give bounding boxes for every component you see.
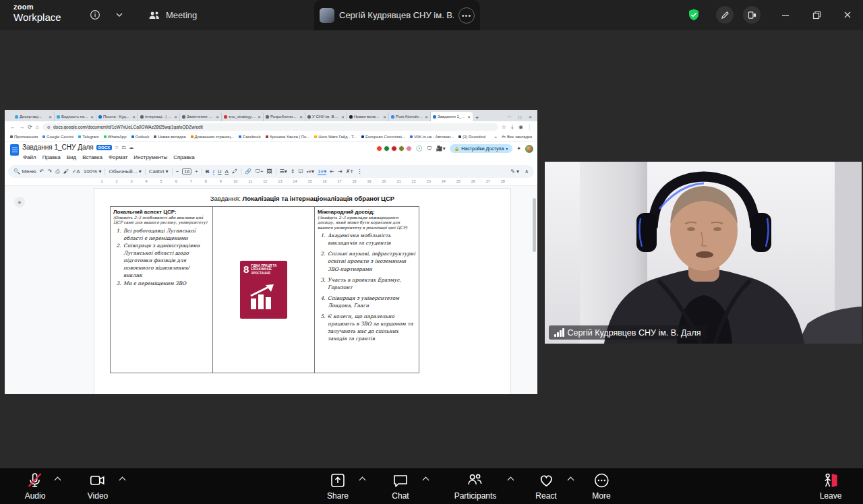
docs-menu-item[interactable]: Инструменты bbox=[133, 154, 167, 160]
reload-icon[interactable]: ⟳ bbox=[28, 124, 32, 130]
forward-icon[interactable]: → bbox=[19, 124, 24, 130]
font-size-increase[interactable]: + bbox=[195, 168, 198, 175]
more-toolbar-icon[interactable]: ⋮ bbox=[357, 168, 362, 175]
numbered-list-icon[interactable]: 1≡▾ bbox=[318, 168, 326, 175]
bookmark-star-icon[interactable]: ☆ bbox=[502, 124, 506, 130]
browser-tab[interactable]: Дисертаці... ✕ bbox=[13, 112, 55, 121]
leave-button[interactable]: Leave bbox=[820, 472, 842, 501]
participants-options-caret[interactable] bbox=[508, 476, 514, 482]
paragraph-style-select[interactable]: Обычный... ▾ bbox=[109, 168, 141, 175]
site-settings-icon[interactable]: ⚙ bbox=[47, 125, 51, 129]
font-size-decrease[interactable]: − bbox=[176, 168, 179, 175]
zoom-select[interactable]: 100% ▾ bbox=[84, 168, 102, 175]
docs-menu-item[interactable]: Вставка bbox=[82, 154, 102, 160]
move-folder-icon[interactable]: 🗀 bbox=[121, 145, 126, 150]
document-page[interactable]: Завдання: Локалізація та інтернаціоналіз… bbox=[94, 189, 510, 394]
chevron-more-bookmarks-icon[interactable]: » bbox=[495, 135, 497, 139]
star-icon[interactable]: ☆ bbox=[115, 145, 119, 150]
tab-active-speaker[interactable]: Сергій Кудрявцев СНУ ім. В. Дал ••• bbox=[314, 0, 480, 30]
text-color-icon[interactable]: A bbox=[225, 168, 229, 175]
presence-avatar[interactable] bbox=[391, 146, 397, 152]
tab-close-icon[interactable]: ✕ bbox=[90, 115, 94, 119]
share-dropdown-icon[interactable]: ▾ bbox=[506, 146, 508, 151]
tab-close-icon[interactable]: ✕ bbox=[467, 115, 471, 119]
tab-close-icon[interactable]: ✕ bbox=[49, 115, 52, 119]
underline-icon[interactable]: U bbox=[218, 168, 222, 175]
bookmark-item[interactable]: European Commissi... bbox=[361, 135, 405, 139]
downloads-icon[interactable]: ⭳ bbox=[510, 124, 515, 130]
more-button[interactable]: More bbox=[592, 472, 610, 501]
bookmark-item[interactable]: Домашняя страниц... bbox=[191, 135, 235, 139]
chevron-down-icon[interactable] bbox=[112, 7, 127, 22]
bookmark-item[interactable]: Хроника Хаоса | По... bbox=[266, 135, 310, 139]
bookmark-item[interactable]: Приложения bbox=[10, 135, 38, 139]
docs-menu-item[interactable]: Файл bbox=[23, 154, 36, 160]
font-size-value[interactable]: 16 bbox=[182, 168, 191, 175]
docs-menu-item[interactable]: Формат bbox=[109, 154, 127, 160]
bullet-list-icon[interactable]: •≡▾ bbox=[307, 168, 314, 175]
audio-button[interactable]: Audio bbox=[25, 472, 46, 501]
share-options-caret[interactable] bbox=[360, 476, 365, 482]
browser-menu-icon[interactable]: ⋮ bbox=[527, 124, 532, 130]
google-docs-icon[interactable] bbox=[10, 144, 19, 156]
chrome-close-icon[interactable]: ✕ bbox=[529, 115, 532, 119]
new-tab-button[interactable]: + bbox=[475, 115, 479, 121]
spellcheck-icon[interactable]: ✓A bbox=[72, 168, 80, 175]
close-button[interactable] bbox=[837, 5, 858, 24]
editing-mode-button[interactable]: ✎ ▾ bbox=[510, 168, 519, 175]
collapse-toolbar-icon[interactable]: ∧ bbox=[525, 168, 529, 175]
participant-video-tile[interactable]: Сергій Кудрявцев СНУ ім. В. Даля bbox=[545, 162, 862, 344]
clear-format-icon[interactable]: ✗T bbox=[346, 168, 354, 175]
comments-icon[interactable]: 🗨 bbox=[427, 146, 432, 152]
italic-icon[interactable]: I bbox=[213, 168, 214, 175]
tab-close-icon[interactable]: ✕ bbox=[258, 115, 261, 119]
audio-options-caret[interactable] bbox=[55, 476, 61, 482]
browser-tab[interactable]: Бєдность нє... ✕ bbox=[55, 112, 96, 121]
docs-menu-item[interactable]: Справка bbox=[173, 154, 194, 160]
bookmark-item[interactable]: (2) Roundcube Web... bbox=[458, 135, 485, 139]
docs-menu-item[interactable]: Вид bbox=[67, 154, 76, 160]
font-select[interactable]: Calibri ▾ bbox=[149, 168, 169, 175]
browser-tab[interactable]: Закінчення ро... ✕ bbox=[180, 112, 222, 121]
tab-meeting[interactable]: Meeting bbox=[148, 0, 197, 30]
browser-tab[interactable]: інтернаці.. | О... ✕ bbox=[138, 112, 180, 121]
participants-button[interactable]: Participants bbox=[454, 472, 497, 501]
url-field[interactable]: ⚙ docs.google.com/document/d/1cW7xUeLCa0… bbox=[42, 123, 498, 131]
chrome-maximize-icon[interactable]: ▢ bbox=[518, 115, 522, 119]
browser-tab[interactable]: Завдання 1_С... ✕ bbox=[431, 112, 473, 121]
presence-avatar[interactable] bbox=[384, 146, 390, 152]
docs-scrollbar[interactable] bbox=[533, 198, 536, 252]
tab-close-icon[interactable]: ✕ bbox=[132, 115, 136, 119]
side-panel-icon[interactable] bbox=[743, 6, 761, 24]
search-menu-button[interactable]: 🔍 Меню bbox=[13, 168, 36, 175]
insert-link-icon[interactable]: 🔗 bbox=[245, 168, 251, 175]
tab-close-icon[interactable]: ✕ bbox=[383, 115, 386, 119]
cloud-status-icon[interactable]: ☁ bbox=[129, 145, 133, 150]
minimize-button[interactable] bbox=[775, 5, 796, 24]
paint-format-icon[interactable]: 🖌 bbox=[63, 168, 69, 175]
indent-decrease-icon[interactable]: ⇤ bbox=[330, 168, 334, 175]
table-cell-sdg[interactable]: 8 Гідна праця та економічне зростання bbox=[213, 206, 315, 373]
security-shield-icon[interactable] bbox=[686, 7, 701, 22]
table-cell-international[interactable]: Міжнародний досвід: (Знайдіть 2–3 прикла… bbox=[315, 206, 419, 373]
bookmark-item[interactable]: Outlook bbox=[131, 135, 150, 139]
insert-image-icon[interactable]: 🖼 bbox=[267, 168, 272, 175]
tab-close-icon[interactable]: ✕ bbox=[174, 115, 177, 119]
account-avatar[interactable] bbox=[525, 145, 533, 153]
docs-menu-item[interactable]: Правка bbox=[42, 154, 61, 160]
react-options-caret[interactable] bbox=[568, 476, 574, 482]
annotate-pencil-icon[interactable] bbox=[716, 6, 734, 24]
back-icon[interactable]: ← bbox=[10, 124, 16, 130]
react-button[interactable]: React bbox=[535, 472, 556, 501]
video-button[interactable]: Video bbox=[88, 472, 108, 501]
bookmark-item[interactable]: Google Gemini bbox=[42, 135, 73, 139]
chrome-minimize-icon[interactable]: — bbox=[507, 115, 511, 119]
profile-icon[interactable]: ◉ bbox=[518, 124, 523, 130]
line-spacing-icon[interactable]: ⇕ bbox=[291, 168, 295, 175]
browser-tab[interactable]: Post Attendee... ✕ bbox=[389, 112, 431, 121]
presence-avatar[interactable] bbox=[398, 146, 405, 152]
chat-options-caret[interactable] bbox=[423, 476, 429, 482]
home-icon[interactable]: ⌂ bbox=[36, 124, 39, 130]
insert-comment-icon[interactable]: 🗨+ bbox=[255, 168, 264, 175]
bookmark-item[interactable]: Новая вкладка bbox=[154, 135, 185, 139]
